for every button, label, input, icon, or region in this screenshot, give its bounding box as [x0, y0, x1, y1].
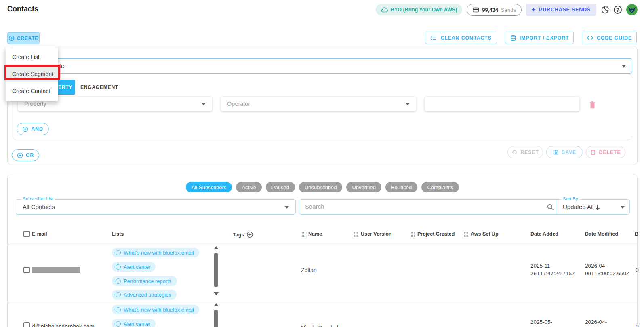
menu-item-create-list[interactable]: Create List: [6, 49, 58, 65]
add-or-condition-button[interactable]: OR: [12, 149, 39, 161]
circle-icon: [116, 250, 121, 255]
chip-active[interactable]: Active: [236, 182, 261, 192]
column-header-date-modified[interactable]: Date Modified: [585, 231, 618, 237]
scrollbar-thumb[interactable]: [214, 310, 218, 327]
or-button-label: OR: [26, 152, 34, 158]
code-guide-button[interactable]: CODE GUIDE: [582, 32, 637, 44]
reset-button-label: RESET: [520, 150, 539, 155]
create-button-label: CREATE: [17, 36, 38, 41]
column-header-lists[interactable]: Lists: [112, 231, 124, 237]
list-chip[interactable]: Alert center: [112, 262, 156, 272]
list-chip[interactable]: What's new with bluefox.email: [112, 305, 199, 314]
lists-scrollbar[interactable]: [213, 302, 219, 327]
name-header-label: Name: [308, 231, 322, 237]
purchase-sends-button[interactable]: + PURCHASE SENDS: [526, 4, 596, 16]
list-chip[interactable]: Alert center: [112, 319, 156, 327]
delete-button[interactable]: DELETE: [586, 146, 625, 158]
sort-descending-icon[interactable]: [595, 204, 600, 211]
code-guide-label: CODE GUIDE: [597, 35, 632, 41]
redacted-email: [32, 267, 80, 273]
bounces-cell: 0: [636, 267, 639, 273]
chip-complaints[interactable]: Complaints: [421, 182, 459, 192]
plus-circle-icon: [17, 152, 23, 158]
chevron-down-icon: [285, 206, 289, 209]
circle-icon: [116, 278, 121, 284]
dark-mode-toggle[interactable]: [601, 6, 609, 14]
column-header-name[interactable]: Name: [301, 231, 322, 237]
sends-count: 99,434: [482, 7, 498, 13]
search-input[interactable]: [305, 203, 539, 210]
date-added-cell: 2025-05-: [530, 318, 552, 326]
save-icon: [553, 149, 559, 155]
list-chip[interactable]: Advanced strategies: [112, 290, 177, 300]
create-dropdown-menu: Create List Create Segment Create Contac…: [6, 46, 58, 101]
create-button[interactable]: CREATE: [7, 32, 40, 44]
circle-icon: [116, 292, 121, 297]
scroll-up-icon[interactable]: [214, 303, 219, 306]
chip-unsubscribed[interactable]: Unsubscribed: [299, 182, 343, 192]
list-chip-label: Advanced strategies: [124, 292, 171, 298]
date-modified-cell: 2026-04- 09T13:00:02.650Z: [585, 262, 629, 277]
select-all-checkbox[interactable]: [23, 231, 30, 237]
list-chip-label: Performance reports: [124, 278, 172, 284]
card-icon: [472, 6, 479, 13]
date-added-line2: 26T17:47:24.715Z: [530, 270, 575, 277]
menu-item-create-segment[interactable]: Create Segment: [6, 65, 58, 82]
bounces-cell: 0: [636, 323, 639, 327]
sends-counter[interactable]: 99,434 Sends: [467, 4, 522, 16]
row-checkbox[interactable]: [23, 267, 30, 273]
column-header-date-added[interactable]: Date Added: [530, 231, 558, 237]
segment-card-footer: OR RESET SAVE DELETE: [7, 46, 638, 165]
search-icon[interactable]: [547, 203, 554, 211]
chip-bounced[interactable]: Bounced: [385, 182, 417, 192]
date-modified-cell: 2026-04-: [585, 318, 607, 326]
scroll-down-icon[interactable]: [214, 292, 219, 295]
refresh-icon: [511, 149, 518, 155]
user-avatar[interactable]: [626, 4, 638, 15]
circle-icon: [116, 264, 121, 270]
column-header-aws-set-up[interactable]: Aws Set Up: [464, 231, 499, 237]
column-header-email[interactable]: E-mail: [32, 231, 47, 237]
help-button[interactable]: ?: [614, 6, 622, 14]
sort-by-select[interactable]: Sort By Updated At: [556, 199, 630, 215]
scrollbar-thumb[interactable]: [214, 253, 218, 287]
column-header-user-version[interactable]: User Version: [354, 231, 391, 237]
row-checkbox[interactable]: [23, 322, 30, 327]
menu-item-create-contact[interactable]: Create Contact: [6, 82, 58, 99]
email-cell: d@nicholasdorobek.com: [32, 323, 94, 327]
scroll-up-icon[interactable]: [214, 246, 219, 249]
byo-aws-badge[interactable]: BYO (Bring Your Own AWS): [376, 4, 462, 15]
subscriber-list-select[interactable]: Subscriber List All Contacts: [16, 199, 296, 215]
column-header-bounces[interactable]: B: [635, 231, 638, 237]
import-export-button[interactable]: IMPORT / EXPORT: [505, 32, 574, 44]
row-divider: [8, 302, 637, 302]
list-chip[interactable]: What's new with bluefox.email: [112, 248, 199, 257]
clean-contacts-button[interactable]: CLEAN CONTACTS: [425, 32, 497, 44]
drag-handle-icon[interactable]: [354, 232, 358, 237]
name-cell: Zoltan: [301, 267, 317, 273]
code-icon: [587, 35, 593, 41]
aws-set-up-header-label: Aws Set Up: [471, 231, 499, 237]
chip-unverified[interactable]: Unverified: [346, 182, 381, 192]
sort-by-label: Sort By: [561, 196, 580, 201]
reset-button[interactable]: RESET: [507, 146, 543, 158]
save-button[interactable]: SAVE: [546, 146, 583, 158]
chip-all-subscribers[interactable]: All Subscribers: [186, 182, 232, 192]
search-box: [299, 199, 560, 215]
list-icon: [430, 34, 437, 41]
drag-handle-icon[interactable]: [464, 232, 468, 237]
list-chip[interactable]: Performance reports: [112, 276, 177, 286]
column-header-project-created[interactable]: Project Created: [410, 231, 455, 237]
column-header-tags[interactable]: Tags: [233, 231, 253, 238]
chip-paused[interactable]: Paused: [266, 182, 295, 192]
drag-handle-icon[interactable]: [301, 232, 306, 237]
drag-handle-icon[interactable]: [410, 232, 415, 237]
delete-button-label: DELETE: [599, 150, 621, 155]
page-title: Contacts: [7, 5, 38, 13]
lists-scrollbar[interactable]: [213, 245, 219, 300]
list-chip-label: Alert center: [124, 264, 150, 270]
chevron-down-icon: [621, 206, 625, 209]
add-tag-icon[interactable]: [246, 231, 253, 238]
name-cell: Nicole Dorobek: [301, 325, 340, 327]
date-modified-line2: 09T13:00:02.650Z: [585, 270, 629, 277]
